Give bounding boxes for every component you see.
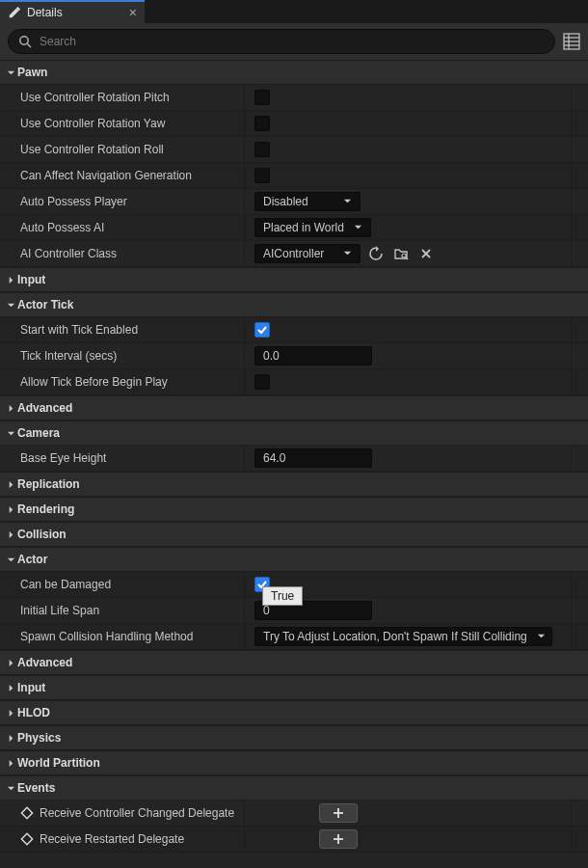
prop-label: AI Controller Class xyxy=(0,241,245,266)
prop-can-affect-navigation-generation: Can Affect Navigation Generation xyxy=(0,163,588,189)
category-world-partition[interactable]: World Partition xyxy=(0,750,588,775)
prop-spawn-collision-handling-method: Spawn Collision Handling Method Try To A… xyxy=(0,624,588,650)
category-pawn[interactable]: Pawn xyxy=(0,60,588,85)
prop-start-with-tick-enabled: Start with Tick Enabled xyxy=(0,317,588,343)
category-actor-tick[interactable]: Actor Tick xyxy=(0,292,588,317)
prop-label: Base Eye Height xyxy=(0,446,245,471)
dropdown-ai-controller-class[interactable]: AIController xyxy=(254,244,361,263)
chevron-right-icon xyxy=(4,759,17,768)
chevron-right-icon xyxy=(4,404,17,413)
prop-event-receive-controller-changed: Receive Controller Changed Delegate xyxy=(0,800,588,827)
prop-can-be-damaged: Can be Damaged True xyxy=(0,572,588,598)
checkbox[interactable] xyxy=(254,322,270,338)
chevron-right-icon xyxy=(4,505,17,514)
dropdown-spawn-collision[interactable]: Try To Adjust Location, Don't Spawn If S… xyxy=(254,627,552,646)
checkbox[interactable] xyxy=(254,168,270,183)
details-tab[interactable]: Details × xyxy=(0,0,145,23)
category-hlod[interactable]: HLOD xyxy=(0,700,588,725)
prop-allow-tick-before-begin-play: Allow Tick Before Begin Play xyxy=(0,369,588,395)
chevron-down-icon xyxy=(4,556,17,564)
checkbox[interactable] xyxy=(254,116,270,131)
add-event-button[interactable] xyxy=(319,829,358,849)
pencil-icon xyxy=(8,6,21,19)
prop-label: Auto Possess AI xyxy=(0,215,245,240)
chevron-down-icon xyxy=(343,195,352,208)
checkbox[interactable] xyxy=(254,374,270,390)
chevron-down-icon xyxy=(4,301,17,310)
prop-label: Receive Restarted Delegate xyxy=(0,827,245,852)
chevron-down-icon xyxy=(343,247,352,260)
category-camera[interactable]: Camera xyxy=(0,420,588,446)
category-rendering[interactable]: Rendering xyxy=(0,497,588,522)
search-row xyxy=(0,23,588,60)
prop-ai-controller-class: AI Controller Class AIController xyxy=(0,241,588,267)
chevron-down-icon xyxy=(4,429,17,438)
settings-grid-icon[interactable] xyxy=(563,33,580,50)
chevron-down-icon xyxy=(354,221,362,234)
prop-label: Receive Controller Changed Delegate xyxy=(0,800,245,826)
chevron-right-icon xyxy=(4,530,17,539)
category-physics[interactable]: Physics xyxy=(0,725,588,750)
number-input[interactable] xyxy=(254,448,372,468)
svg-point-7 xyxy=(402,254,406,258)
checkbox[interactable] xyxy=(254,142,270,157)
svg-rect-14 xyxy=(21,833,32,844)
tab-bar: Details × xyxy=(0,0,588,23)
add-event-button[interactable] xyxy=(319,803,358,823)
category-collision[interactable]: Collision xyxy=(0,522,588,547)
prop-label: Initial Life Span xyxy=(0,598,245,623)
chevron-down-icon xyxy=(537,630,546,643)
chevron-down-icon xyxy=(4,784,17,793)
prop-label: Spawn Collision Handling Method xyxy=(0,624,245,649)
close-icon[interactable]: × xyxy=(129,6,137,19)
prop-label: Can be Damaged xyxy=(0,572,245,597)
category-input-2[interactable]: Input xyxy=(0,675,588,700)
dropdown-auto-possess-player[interactable]: Disabled xyxy=(254,192,361,211)
event-diamond-icon xyxy=(20,832,34,846)
search-icon xyxy=(18,35,32,48)
prop-label: Allow Tick Before Begin Play xyxy=(0,369,245,394)
prop-auto-possess-ai: Auto Possess AI Placed in World xyxy=(0,215,588,241)
prop-label: Use Controller Rotation Yaw xyxy=(0,111,245,136)
prop-use-controller-rotation-pitch: Use Controller Rotation Pitch xyxy=(0,85,588,111)
chevron-right-icon xyxy=(4,659,17,667)
search-box xyxy=(8,29,555,54)
clear-icon[interactable] xyxy=(416,244,436,263)
prop-tick-interval: Tick Interval (secs) xyxy=(0,343,588,369)
chevron-right-icon xyxy=(4,276,17,285)
chevron-right-icon xyxy=(4,684,17,692)
tooltip: True xyxy=(262,586,303,606)
prop-auto-possess-player: Auto Possess Player Disabled xyxy=(0,189,588,215)
chevron-right-icon xyxy=(4,734,17,743)
checkbox[interactable] xyxy=(254,90,270,105)
svg-line-1 xyxy=(27,43,31,47)
prop-label: Use Controller Rotation Roll xyxy=(0,137,245,162)
category-input[interactable]: Input xyxy=(0,267,588,292)
number-input[interactable] xyxy=(254,346,372,366)
svg-rect-11 xyxy=(21,807,32,818)
prop-label: Can Affect Navigation Generation xyxy=(0,163,245,188)
category-advanced-2[interactable]: Advanced xyxy=(0,650,588,675)
chevron-down-icon xyxy=(4,68,17,77)
prop-use-controller-rotation-roll: Use Controller Rotation Roll xyxy=(0,137,588,163)
event-diamond-icon xyxy=(20,806,34,820)
prop-base-eye-height: Base Eye Height xyxy=(0,446,588,472)
use-selected-icon[interactable] xyxy=(366,244,386,263)
search-input[interactable] xyxy=(40,35,545,48)
category-advanced[interactable]: Advanced xyxy=(0,395,588,420)
prop-label: Tick Interval (secs) xyxy=(0,343,245,368)
category-replication[interactable]: Replication xyxy=(0,472,588,497)
dropdown-auto-possess-ai[interactable]: Placed in World xyxy=(254,218,371,237)
tab-title: Details xyxy=(27,6,63,19)
svg-point-0 xyxy=(20,37,28,44)
prop-use-controller-rotation-yaw: Use Controller Rotation Yaw xyxy=(0,111,588,137)
prop-label: Auto Possess Player xyxy=(0,189,245,214)
prop-event-receive-restarted: Receive Restarted Delegate xyxy=(0,827,588,853)
prop-label: Use Controller Rotation Pitch xyxy=(0,85,245,110)
prop-label: Start with Tick Enabled xyxy=(0,317,245,342)
chevron-right-icon xyxy=(4,709,17,718)
category-events[interactable]: Events xyxy=(0,775,588,800)
browse-icon[interactable] xyxy=(391,244,411,263)
chevron-right-icon xyxy=(4,480,17,489)
category-actor[interactable]: Actor xyxy=(0,547,588,572)
